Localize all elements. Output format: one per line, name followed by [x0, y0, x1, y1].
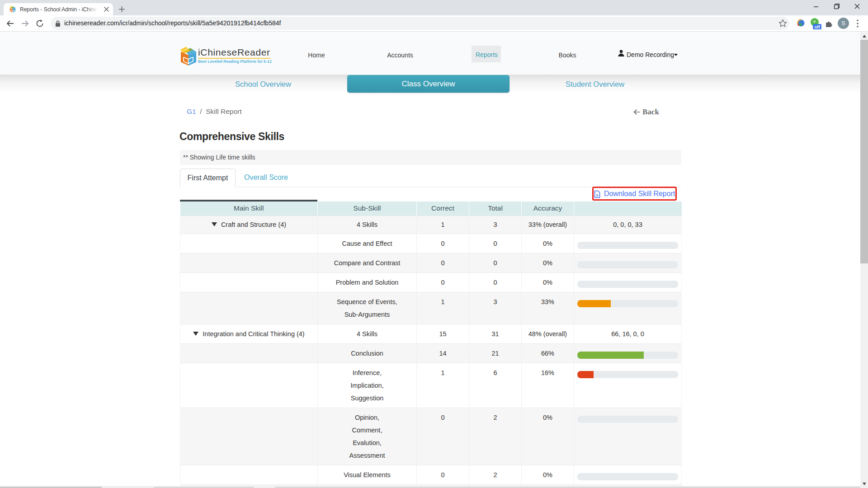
svg-text:off: off: [814, 24, 820, 29]
svg-text:x: x: [596, 193, 598, 197]
